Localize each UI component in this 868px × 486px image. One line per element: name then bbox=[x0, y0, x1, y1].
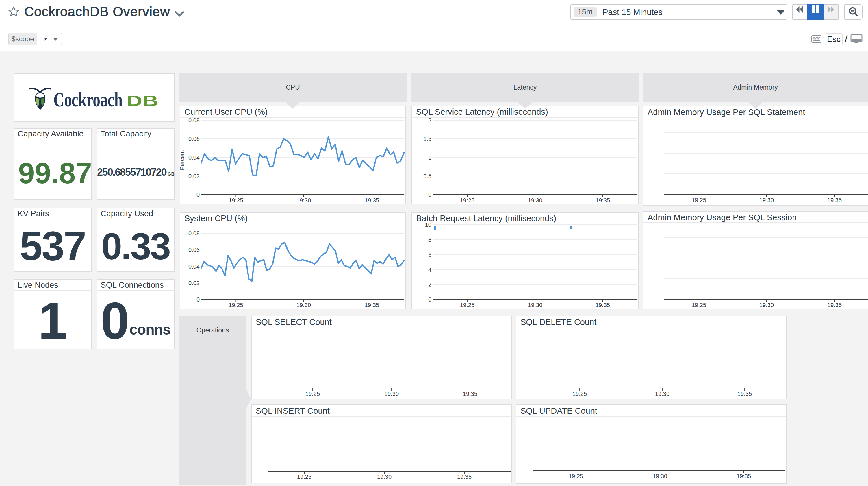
svg-text:19:30: 19:30 bbox=[528, 197, 542, 203]
svg-text:19:35: 19:35 bbox=[457, 474, 471, 480]
svg-text:19:35: 19:35 bbox=[827, 302, 842, 308]
svg-text:0.04: 0.04 bbox=[188, 263, 200, 270]
svg-text:19:25: 19:25 bbox=[228, 302, 243, 308]
svg-text:19:30: 19:30 bbox=[297, 302, 311, 308]
svg-text:Cockroach: Cockroach bbox=[54, 89, 123, 111]
svg-text:19:35: 19:35 bbox=[595, 197, 610, 203]
svg-text:2: 2 bbox=[428, 117, 431, 123]
svg-text:1.5: 1.5 bbox=[423, 136, 431, 142]
svg-text:19:35: 19:35 bbox=[463, 391, 477, 397]
svg-text:6: 6 bbox=[428, 252, 431, 258]
svg-text:0.02: 0.02 bbox=[188, 173, 200, 179]
svg-text:19:35: 19:35 bbox=[365, 197, 379, 203]
svg-text:19:35: 19:35 bbox=[365, 302, 379, 308]
svg-text:0.08: 0.08 bbox=[188, 230, 200, 236]
svg-text:19:35: 19:35 bbox=[737, 391, 752, 397]
svg-text:0: 0 bbox=[196, 191, 200, 198]
svg-text:19:25: 19:25 bbox=[297, 474, 311, 480]
svg-text:0.06: 0.06 bbox=[188, 247, 200, 253]
svg-text:19:25: 19:25 bbox=[228, 197, 243, 203]
svg-text:19:30: 19:30 bbox=[655, 391, 670, 397]
svg-text:19:30: 19:30 bbox=[384, 391, 399, 397]
svg-text:19:25: 19:25 bbox=[692, 197, 706, 203]
svg-text:19:25: 19:25 bbox=[692, 302, 706, 308]
svg-text:19:30: 19:30 bbox=[760, 197, 774, 203]
svg-text:0: 0 bbox=[196, 296, 200, 303]
svg-text:DB: DB bbox=[126, 93, 158, 109]
svg-text:Percent: Percent bbox=[179, 150, 185, 170]
svg-text:19:25: 19:25 bbox=[460, 302, 474, 308]
svg-text:19:35: 19:35 bbox=[595, 302, 610, 308]
svg-text:19:30: 19:30 bbox=[653, 473, 667, 479]
svg-text:2: 2 bbox=[428, 282, 431, 288]
svg-text:19:35: 19:35 bbox=[827, 197, 842, 203]
svg-text:19:30: 19:30 bbox=[297, 197, 311, 203]
svg-text:0.08: 0.08 bbox=[188, 117, 200, 123]
svg-text:19:25: 19:25 bbox=[569, 473, 583, 479]
svg-text:0.06: 0.06 bbox=[188, 136, 200, 142]
svg-text:19:25: 19:25 bbox=[460, 197, 474, 203]
svg-text:0.5: 0.5 bbox=[423, 173, 431, 179]
svg-text:19:30: 19:30 bbox=[760, 302, 774, 308]
svg-text:10: 10 bbox=[425, 222, 431, 228]
svg-text:4: 4 bbox=[428, 266, 431, 273]
svg-text:19:25: 19:25 bbox=[305, 391, 320, 397]
svg-text:0.02: 0.02 bbox=[188, 280, 200, 286]
svg-text:19:30: 19:30 bbox=[528, 302, 542, 308]
svg-text:19:25: 19:25 bbox=[572, 391, 587, 397]
svg-text:19:35: 19:35 bbox=[737, 473, 751, 479]
svg-text:0: 0 bbox=[428, 191, 431, 198]
svg-text:8: 8 bbox=[428, 236, 431, 243]
svg-text:0.04: 0.04 bbox=[188, 154, 200, 161]
svg-text:19:30: 19:30 bbox=[377, 474, 392, 480]
svg-text:1: 1 bbox=[428, 154, 431, 161]
svg-text:0: 0 bbox=[428, 296, 431, 303]
